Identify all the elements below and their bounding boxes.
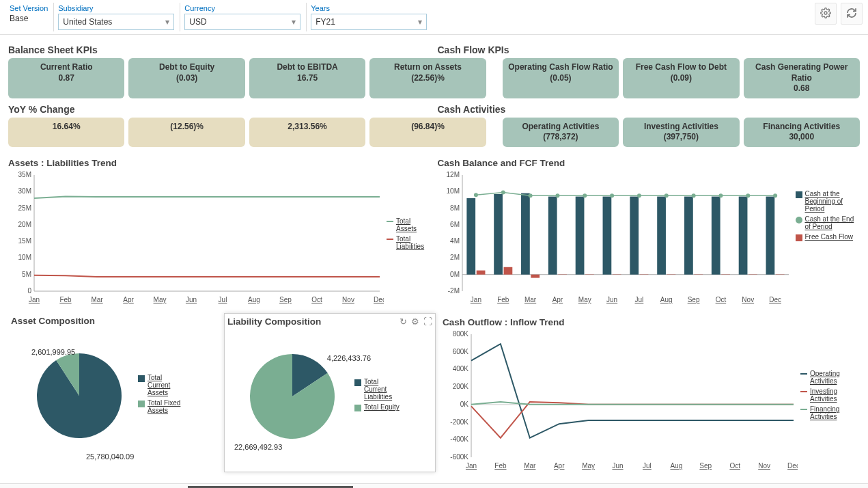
- filter-label: Currency: [184, 4, 300, 12]
- line-chart[interactable]: 05M10M15M20M25M30M35MJanFebMarAprMayJunJ…: [8, 170, 384, 306]
- legend-swatch: [354, 405, 361, 411]
- svg-text:2M: 2M: [450, 254, 460, 261]
- section-title-cash-activities: Cash Activities: [438, 104, 860, 115]
- chart-legend: Total Current Liabilities Total Equity: [354, 378, 402, 414]
- years-select[interactable]: FY21 ▾: [311, 14, 427, 30]
- legend-swatch: [387, 239, 393, 240]
- filter-value[interactable]: Base: [10, 14, 48, 23]
- bar-chart[interactable]: -2M0M2M4M6M8M10M12MJanFebMarAprMayJunJul…: [438, 170, 793, 306]
- legend-label[interactable]: Free Cash Flow: [805, 233, 854, 241]
- svg-text:25M: 25M: [18, 204, 31, 212]
- kpi-debt-to-ebitda[interactable]: Debt to EBITDA16.75: [249, 58, 365, 98]
- currency-select[interactable]: USD ▾: [184, 14, 300, 30]
- svg-text:10M: 10M: [18, 254, 31, 261]
- section-title-balance-sheet-kpis: Balance Sheet KPIs: [8, 44, 431, 55]
- chart-cash-balance-fcf: Cash Balance and FCF Trend -2M0M2M4M6M8M…: [438, 158, 860, 306]
- filter-label: Subsidiary: [58, 4, 174, 12]
- svg-text:Apr: Apr: [123, 296, 134, 303]
- svg-text:4M: 4M: [450, 237, 460, 245]
- refresh-icon[interactable]: ↻: [400, 316, 407, 327]
- svg-text:Jan: Jan: [470, 296, 481, 303]
- legend-label[interactable]: Total Assets: [396, 217, 429, 232]
- kpi-operating-activities[interactable]: Operating Activities(778,372): [503, 118, 619, 147]
- chart-title: Assets : Liabilities Trend: [8, 158, 431, 168]
- filter-subsidiary: Subsidiary United States ▾: [53, 3, 178, 31]
- svg-text:-400K: -400K: [450, 435, 468, 443]
- legend-label[interactable]: Total Current Assets: [148, 374, 186, 396]
- svg-text:Mar: Mar: [524, 296, 536, 303]
- svg-text:Jun: Jun: [186, 296, 197, 303]
- kpi-yoy-2[interactable]: (12.56)%: [128, 118, 244, 147]
- legend-label[interactable]: Total Current Liabilities: [364, 378, 402, 401]
- filter-label: Set Version: [10, 4, 48, 12]
- legend-label[interactable]: Total Equity: [364, 403, 400, 411]
- chevron-down-icon: ▾: [418, 17, 422, 27]
- panel-toolbar: ↻ ⚙ ⛶: [400, 316, 432, 327]
- svg-rect-69: [711, 197, 720, 275]
- line-chart[interactable]: -600K-400K-200K0K200K400K600K800KJanFebM…: [443, 329, 798, 472]
- gear-icon[interactable]: ⚙: [411, 316, 419, 327]
- legend-label[interactable]: Total Fixed Assets: [148, 399, 186, 414]
- kpi-operating-cash-flow-ratio[interactable]: Operating Cash Flow Ratio(0.05): [503, 58, 619, 98]
- pie-chart[interactable]: [11, 341, 134, 450]
- svg-text:Nov: Nov: [742, 296, 754, 303]
- svg-rect-57: [602, 197, 611, 275]
- filter-set-version: Set Version Base: [5, 3, 52, 25]
- legend-swatch: [354, 379, 361, 386]
- svg-text:Dec: Dec: [769, 296, 781, 303]
- select-value: FY21: [316, 17, 335, 27]
- svg-text:Aug: Aug: [670, 462, 682, 470]
- svg-rect-51: [548, 197, 557, 275]
- svg-text:Feb: Feb: [59, 296, 72, 303]
- legend-label[interactable]: Investing Activities: [810, 388, 856, 403]
- svg-text:Apr: Apr: [552, 296, 563, 303]
- svg-text:Aug: Aug: [248, 296, 260, 303]
- svg-text:30M: 30M: [18, 187, 31, 195]
- svg-text:Sep: Sep: [699, 462, 712, 470]
- svg-text:200K: 200K: [453, 383, 469, 390]
- legend-label[interactable]: Cash at the Beginning of Period: [805, 190, 854, 213]
- chart-legend: Operating Activities Investing Activitie…: [798, 329, 856, 472]
- kpi-debt-to-equity[interactable]: Debt to Equity(0.03): [128, 58, 244, 98]
- svg-rect-75: [766, 197, 774, 275]
- chart-legend: Total Current Assets Total Fixed Assets: [138, 374, 186, 417]
- svg-text:15M: 15M: [18, 237, 31, 245]
- kpi-yoy-3[interactable]: 2,313.56%: [249, 118, 365, 147]
- legend-label[interactable]: Financing Activities: [810, 405, 856, 420]
- kpi-cash-generating-power-ratio[interactable]: Cash Generating Power Ratio0.68: [744, 58, 860, 98]
- kpi-current-ratio[interactable]: Current Ratio0.87: [8, 58, 124, 98]
- kpi-yoy-1[interactable]: 16.64%: [8, 118, 124, 147]
- kpi-investing-activities[interactable]: Investing Activities(397,750): [623, 118, 739, 147]
- legend-label[interactable]: Total Liabilities: [396, 235, 429, 250]
- select-value: United States: [63, 17, 112, 27]
- svg-text:-600K: -600K: [450, 453, 468, 461]
- svg-text:-200K: -200K: [450, 418, 468, 426]
- chart-legend: Cash at the Beginning of Period Cash at …: [793, 170, 854, 306]
- svg-rect-49: [531, 275, 540, 278]
- svg-text:Oct: Oct: [729, 462, 740, 470]
- chart-asset-composition: Asset Composition 2,601,999.95 Total Cur…: [8, 313, 220, 472]
- svg-text:0M: 0M: [450, 271, 460, 278]
- kpi-return-on-assets[interactable]: Return on Assets(22.56)%: [369, 58, 486, 98]
- svg-text:Jan: Jan: [466, 462, 477, 470]
- filter-currency: Currency USD ▾: [180, 3, 305, 31]
- kpi-free-cash-flow-to-debt[interactable]: Free Cash Flow to Debt(0.09): [623, 58, 739, 98]
- svg-rect-72: [738, 197, 747, 275]
- svg-text:Nov: Nov: [342, 296, 354, 303]
- refresh-button[interactable]: [841, 3, 863, 25]
- chevron-down-icon: ▾: [292, 17, 296, 27]
- kpi-financing-activities[interactable]: Financing Activities30,000: [744, 118, 860, 147]
- svg-rect-54: [575, 197, 584, 275]
- expand-icon[interactable]: ⛶: [423, 316, 432, 327]
- svg-text:Mar: Mar: [524, 462, 536, 470]
- svg-text:Aug: Aug: [660, 296, 672, 303]
- svg-text:Feb: Feb: [497, 296, 509, 303]
- kpi-yoy-4[interactable]: (96.84)%: [369, 118, 486, 147]
- legend-label[interactable]: Cash at the End of Period: [805, 215, 854, 230]
- chart-liability-composition: ↻ ⚙ ⛶ Liability Composition 4,226,433.76…: [224, 313, 436, 472]
- legend-label[interactable]: Operating Activities: [810, 370, 856, 385]
- filter-bar: Set Version Base Subsidiary United State…: [0, 0, 868, 35]
- settings-button[interactable]: [815, 3, 837, 25]
- subsidiary-select[interactable]: United States ▾: [58, 14, 174, 30]
- svg-rect-66: [684, 197, 693, 275]
